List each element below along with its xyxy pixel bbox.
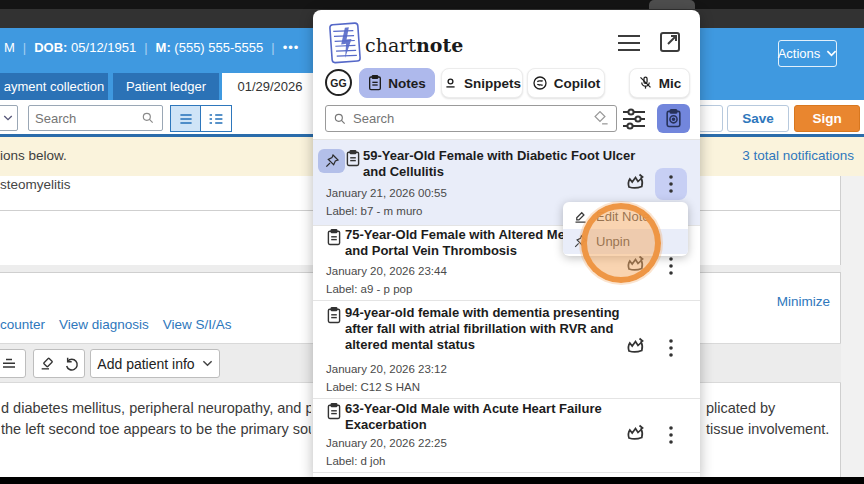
scribble-pen-icon [624, 253, 648, 277]
patient-name-fragment: M [4, 40, 15, 55]
search-icon [141, 111, 155, 125]
partial-button[interactable] [698, 105, 723, 132]
note-icon [327, 229, 341, 246]
note-title: 59-Year-Old Female with Diabetic Foot Ul… [363, 148, 648, 180]
mic-off-icon [638, 75, 653, 91]
sign-button[interactable]: Sign [794, 105, 860, 132]
expand-icon [658, 30, 682, 54]
eraser-button[interactable] [39, 356, 55, 371]
more-options-icon[interactable]: ••• [283, 40, 300, 55]
align-button[interactable] [0, 349, 26, 378]
note-icon [368, 75, 382, 91]
popup-search [325, 105, 617, 132]
undo-button[interactable] [63, 356, 79, 372]
tab-notes[interactable]: Notes [359, 68, 435, 98]
notification-text: ions below. [0, 148, 67, 163]
chart-search-input[interactable] [35, 111, 135, 126]
note-date: January 20, 2026 22:25 [326, 437, 447, 449]
hamburger-icon [616, 34, 642, 52]
dots-vertical-icon [669, 426, 673, 444]
sliders-icon [621, 107, 647, 130]
note-icon [346, 150, 360, 167]
clipped-diagnosis-text: steomyelitis [0, 177, 71, 192]
filter-button[interactable] [621, 107, 647, 130]
patient-info-bar: M | DOB: 05/12/1951 | M: (555) 555-5555 … [4, 38, 299, 56]
note-paragraph-right: plicated by tissue involvement. [706, 398, 829, 440]
tab-encounter-date[interactable]: 01/29/2026 [222, 73, 318, 100]
align-center-icon [0, 356, 18, 372]
list-lines-icon [178, 112, 194, 126]
eraser-undo-group [33, 349, 85, 378]
menu-item-unpin[interactable]: Unpin [563, 229, 688, 254]
minimize-link[interactable]: Minimize [777, 294, 830, 309]
filter-select[interactable] [0, 105, 18, 131]
brand-wordmark: chartnote [365, 34, 463, 56]
pinned-chip [318, 149, 345, 173]
dots-vertical-icon [669, 175, 673, 193]
search-icon [333, 112, 347, 126]
pin-icon [573, 234, 588, 249]
note-title: 94-year-old female with dementia present… [345, 305, 645, 353]
add-patient-info-button[interactable]: Add patient info [90, 349, 220, 378]
encounter-links: counter View diagnosis View S/I/As [0, 317, 232, 332]
note-more-button[interactable] [655, 168, 687, 200]
note-more-button[interactable] [655, 419, 687, 451]
chevron-down-icon [3, 115, 13, 121]
tab-copilot[interactable]: Copilot [527, 68, 605, 98]
save-button[interactable]: Save [727, 105, 789, 132]
note-title: 63-Year-Old Male with Acute Heart Failur… [345, 401, 645, 433]
snippet-icon [443, 76, 458, 91]
note-more-button[interactable] [655, 332, 687, 364]
list-dots-icon [208, 112, 224, 126]
actions-button[interactable]: Actions [778, 40, 837, 67]
chevron-down-icon [202, 360, 213, 367]
popup-search-input[interactable] [353, 111, 585, 126]
transcribe-button[interactable] [657, 104, 690, 133]
note-icon [327, 403, 341, 420]
scribble-pen-button[interactable] [624, 335, 648, 359]
pin-icon [324, 153, 340, 169]
expand-button[interactable] [658, 30, 682, 54]
view-toggle-group [170, 105, 232, 132]
total-notifications-link[interactable]: 3 total notifications [742, 148, 854, 163]
dots-vertical-icon [669, 257, 673, 275]
tab-patient-ledger[interactable]: Patient ledger [113, 73, 219, 100]
dots-vertical-icon [669, 339, 673, 357]
link-view-sias[interactable]: View S/I/As [163, 317, 232, 332]
scribble-pen-icon [624, 422, 648, 446]
chart-search [28, 105, 163, 131]
scribble-pen-icon [624, 171, 648, 195]
divider [313, 472, 700, 473]
note-paragraph-left: d diabetes mellitus, peripheral neuropat… [1, 398, 311, 440]
link-encounter[interactable]: counter [0, 317, 45, 332]
note-date: January 20, 2026 23:44 [326, 265, 447, 277]
note-label: Label: d joh [326, 455, 385, 467]
clipboard-record-icon [665, 109, 682, 128]
scribble-pen-button[interactable] [624, 171, 648, 195]
scribble-pen-button[interactable] [624, 422, 648, 446]
tab-payment-collection[interactable]: ayment collection [0, 73, 108, 100]
patient-phone: M: (555) 555-5555 [156, 40, 264, 55]
link-view-diagnosis[interactable]: View diagnosis [59, 317, 149, 332]
note-date: January 21, 2026 00:55 [326, 187, 447, 199]
menu-button[interactable] [616, 34, 642, 52]
chevron-down-icon [826, 50, 837, 57]
browser-tab[interactable] [649, 0, 695, 9]
detail-view-button[interactable] [201, 105, 232, 132]
browser-frame [0, 0, 864, 9]
page-gutter [841, 176, 864, 477]
scribble-pen-icon [624, 335, 648, 359]
mic-button[interactable]: Mic [629, 68, 690, 98]
list-view-button[interactable] [170, 105, 201, 132]
divider [313, 398, 700, 399]
scribble-pen-button[interactable] [624, 253, 648, 277]
bottom-bar [0, 477, 864, 484]
note-date: January 20, 2026 23:12 [326, 363, 447, 375]
tab-snippets[interactable]: Snippets [441, 68, 523, 98]
menu-item-edit-note[interactable]: Edit Note [563, 204, 688, 229]
clear-search-icon[interactable] [591, 111, 609, 127]
patient-dob: DOB: 05/12/1951 [34, 40, 136, 55]
note-icon [327, 307, 341, 324]
note-context-menu: Edit Note Unpin [563, 202, 688, 256]
avatar[interactable]: GG [325, 69, 352, 96]
